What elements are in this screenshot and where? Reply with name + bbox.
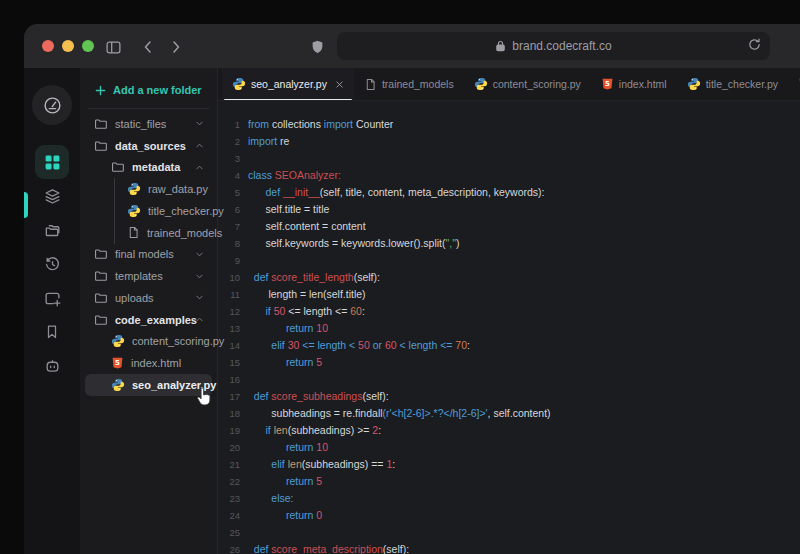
line-number: 4 [218, 167, 240, 184]
tree-item-final-models[interactable]: final models [85, 244, 212, 266]
tree-item-data-sources[interactable]: data_sources [85, 135, 212, 157]
app-body: Add a new folder static_filesdata_source… [24, 68, 800, 554]
tab-trained-models[interactable]: trained_models [354, 68, 464, 100]
code-line-2: 2import re [218, 133, 800, 150]
line-number: 15 [218, 354, 240, 371]
lock-icon [495, 40, 506, 52]
python-icon [232, 77, 246, 91]
line-number: 11 [218, 286, 240, 303]
rail-item-new-window[interactable] [35, 281, 69, 315]
tab-results-html[interactable]: 5results.html [788, 68, 800, 100]
tree-item-content-scoring-py[interactable]: content_scoring.py [85, 331, 212, 353]
svg-text:5: 5 [605, 80, 610, 88]
tab-title-checker-py[interactable]: title_checker.py [677, 68, 788, 100]
chevron-down-icon[interactable] [195, 250, 204, 259]
history-icon [44, 256, 61, 273]
code-line-7: 7 self.content = content [218, 218, 800, 235]
grid-icon [44, 154, 61, 171]
rail-item-history[interactable] [35, 247, 69, 281]
app-logo[interactable] [32, 85, 72, 125]
html-icon: 5 [601, 77, 614, 91]
url-bar[interactable]: brand.codecraft.co [337, 32, 770, 60]
code-line-8: 8 self.keywords = keywords.lower().split… [218, 235, 800, 252]
code-text: return 10 [248, 320, 328, 337]
back-button[interactable] [138, 37, 158, 57]
tree-item-title-checker-py[interactable]: title_checker.py [85, 200, 212, 222]
line-number: 23 [218, 490, 240, 507]
bot-icon [44, 358, 61, 375]
chevron-down-icon[interactable] [195, 272, 204, 281]
code-text: def score_title_length(self): [248, 269, 380, 286]
tab-seo-analyzer-py[interactable]: seo_analyzer.py [222, 68, 354, 100]
tree-item-label: data_sources [115, 140, 186, 152]
line-number: 3 [218, 150, 240, 167]
folder-icon [94, 117, 108, 131]
tree-item-trained-models[interactable]: trained_models [85, 222, 212, 244]
gauge-icon [43, 96, 62, 115]
add-new-folder-button[interactable]: Add a new folder [80, 76, 217, 104]
tree-item-static-files[interactable]: static_files [85, 113, 212, 135]
code-editor: seo_analyzer.pytrained_modelscontent_sco… [218, 68, 800, 554]
code-text: if len(subheadings) >= 2: [248, 422, 381, 439]
code-line-3: 3 [218, 150, 800, 167]
code-text: self.content = content [248, 218, 366, 235]
tab-bar: seo_analyzer.pytrained_modelscontent_sco… [218, 68, 800, 101]
python-icon [127, 182, 141, 196]
code-line-24: 24 return 0 [218, 507, 800, 524]
tree-item-seo-analyzer-py[interactable]: seo_analyzer.py [85, 374, 212, 396]
sidebar-toggle-icon[interactable] [103, 37, 123, 57]
code-text: import re [248, 133, 289, 150]
line-number: 22 [218, 473, 240, 490]
tab-label: seo_analyzer.py [251, 78, 327, 90]
code-text: def __init__(self, title, content, meta_… [248, 184, 545, 201]
rail-item-layers[interactable] [35, 179, 69, 213]
code-text: return 0 [248, 507, 322, 524]
code-text: elif 30 <= length < 50 or 60 < length <=… [248, 337, 470, 354]
chevron-up-icon[interactable] [195, 315, 204, 324]
code-line-16: 16 [218, 371, 800, 388]
tab-index-html[interactable]: 5index.html [591, 68, 677, 100]
line-number: 26 [218, 541, 240, 554]
tree-item-metadata[interactable]: metadata [85, 157, 212, 179]
file-icon [364, 78, 377, 91]
rail-item-bookmarks[interactable] [35, 315, 69, 349]
frame-plus-icon [44, 290, 61, 307]
close-window-button[interactable] [42, 40, 54, 52]
minimize-window-button[interactable] [62, 40, 74, 52]
reload-icon[interactable] [747, 37, 762, 55]
bookmark-icon [44, 324, 60, 340]
chevron-down-icon[interactable] [195, 293, 204, 302]
line-number: 12 [218, 303, 240, 320]
code-line-12: 12 if 50 <= length <= 60: [218, 303, 800, 320]
tree-item-label: static_files [115, 118, 166, 130]
line-number: 16 [218, 371, 240, 388]
tab-label: trained_models [382, 78, 454, 90]
code-text: return 10 [248, 439, 328, 456]
shield-icon[interactable] [307, 37, 327, 57]
code-line-20: 20 return 10 [218, 439, 800, 456]
rail-item-dashboard[interactable] [35, 145, 69, 179]
rail-item-assistant[interactable] [35, 349, 69, 383]
code-line-23: 23 else: [218, 490, 800, 507]
tree-item-label: metadata [132, 161, 180, 173]
tab-label: title_checker.py [706, 78, 778, 90]
tree-item-label: content_scoring.py [132, 335, 224, 347]
rail-item-projects[interactable] [35, 213, 69, 247]
forward-button[interactable] [166, 37, 186, 57]
svg-text:5: 5 [115, 359, 120, 367]
code-area[interactable]: 1from collections import Counter2import … [218, 101, 800, 554]
close-icon[interactable] [335, 80, 344, 89]
zoom-window-button[interactable] [82, 40, 94, 52]
tree-item-index-html[interactable]: 5index.html [85, 352, 212, 374]
tree-item-uploads[interactable]: uploads [85, 287, 212, 309]
tree-item-label: raw_data.py [148, 183, 208, 195]
chevron-down-icon[interactable] [195, 119, 204, 128]
code-line-14: 14 elif 30 <= length < 50 or 60 < length… [218, 337, 800, 354]
tree-item-raw-data-py[interactable]: raw_data.py [85, 178, 212, 200]
chevron-up-icon[interactable] [195, 163, 204, 172]
tree-item-code-examples[interactable]: code_examples [85, 309, 212, 331]
tree-item-label: templates [115, 270, 163, 282]
chevron-up-icon[interactable] [195, 141, 204, 150]
tree-item-templates[interactable]: templates [85, 265, 212, 287]
tab-content-scoring-py[interactable]: content_scoring.py [464, 68, 591, 100]
